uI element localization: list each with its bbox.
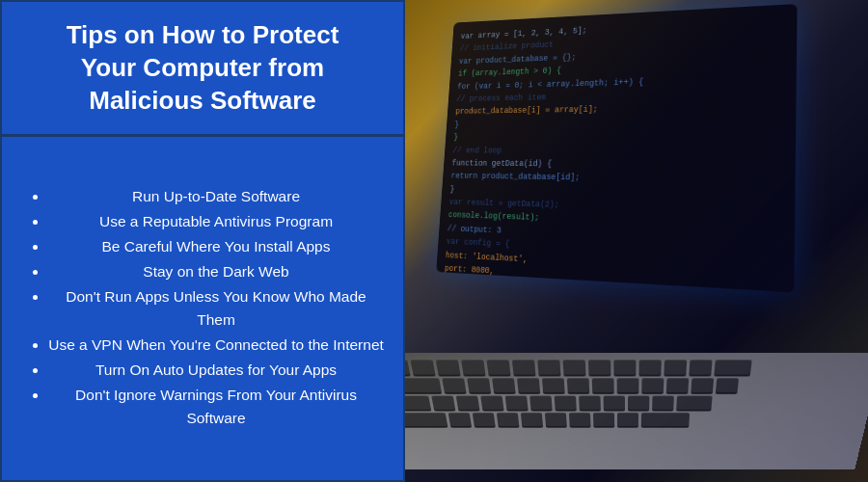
tips-list: Run Up-to-Date Software Use a Reputable …: [31, 185, 384, 432]
title-line2: Your Computer from: [81, 53, 324, 82]
list-item: Use a Reputable Antivirus Program: [48, 210, 384, 233]
left-panel: Tips on How to Protect Your Computer fro…: [0, 0, 405, 482]
title-line3: Malicious Software: [89, 86, 316, 115]
list-item: Be Careful Where You Install Apps: [48, 235, 384, 258]
list-item: Don't Ignore Warnings From Your Antiviru…: [48, 384, 384, 430]
tips-section: Run Up-to-Date Software Use a Reputable …: [2, 137, 403, 480]
code-display: var array = [1, 2, 3, 4, 5]; // initiali…: [436, 4, 797, 292]
title-section: Tips on How to Protect Your Computer fro…: [2, 2, 403, 137]
right-panel: var array = [1, 2, 3, 4, 5]; // initiali…: [405, 0, 868, 482]
laptop-background: var array = [1, 2, 3, 4, 5]; // initiali…: [405, 0, 868, 482]
title-line1: Tips on How to Protect: [67, 20, 339, 49]
list-item: Use a VPN When You're Connected to the I…: [48, 334, 384, 357]
list-item: Run Up-to-Date Software: [48, 185, 384, 208]
list-item: Don't Run Apps Unless You Know Who Made …: [48, 285, 384, 332]
list-item: Turn On Auto Updates for Your Apps: [48, 359, 384, 382]
list-item: Stay on the Dark Web: [48, 260, 384, 283]
laptop-screen: var array = [1, 2, 3, 4, 5]; // initiali…: [436, 4, 797, 292]
laptop-keyboard: [405, 353, 868, 470]
